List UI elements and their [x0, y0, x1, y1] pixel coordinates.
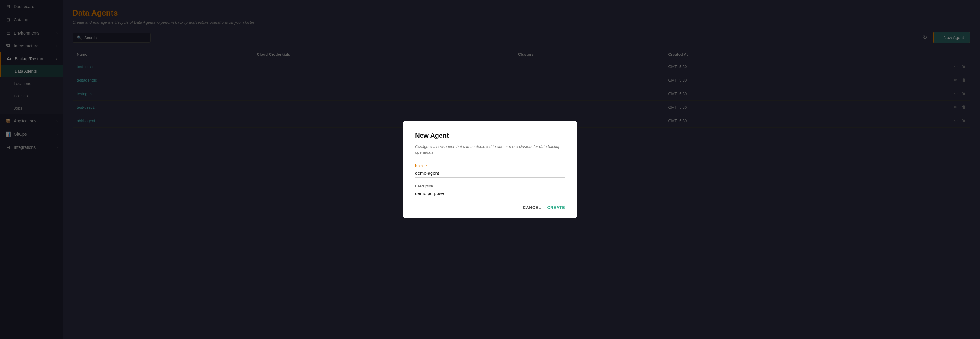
- agent-name-input[interactable]: [415, 169, 565, 178]
- cancel-button[interactable]: CANCEL: [523, 205, 541, 210]
- create-button[interactable]: CREATE: [547, 205, 565, 210]
- name-field-group: Name *: [415, 164, 565, 178]
- new-agent-modal: New Agent Configure a new agent that can…: [403, 121, 577, 218]
- description-field-group: Description: [415, 184, 565, 198]
- required-asterisk: *: [425, 164, 427, 168]
- modal-subtitle: Configure a new agent that can be deploy…: [415, 144, 565, 155]
- modal-title: New Agent: [415, 132, 565, 140]
- description-label: Description: [415, 184, 565, 188]
- modal-overlay[interactable]: New Agent Configure a new agent that can…: [0, 0, 980, 339]
- name-label: Name *: [415, 164, 565, 168]
- agent-description-input[interactable]: [415, 189, 565, 198]
- modal-actions: CANCEL CREATE: [415, 205, 565, 210]
